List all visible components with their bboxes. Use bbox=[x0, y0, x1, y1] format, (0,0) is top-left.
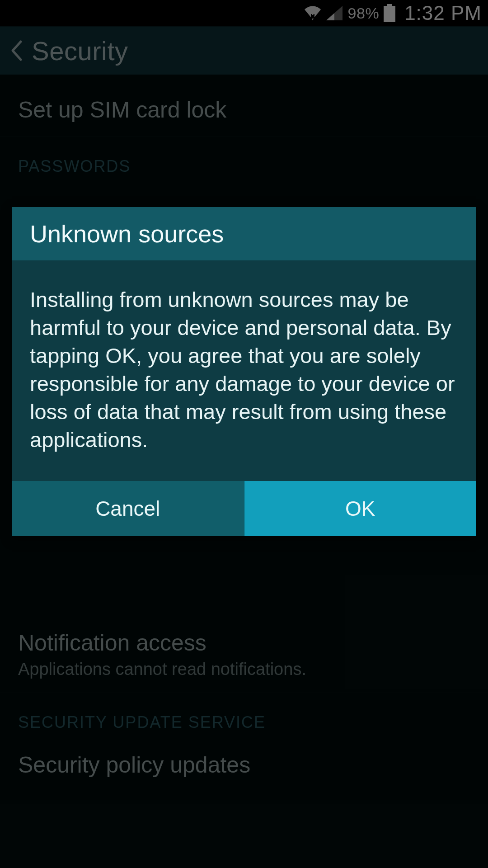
dialog-header: Unknown sources bbox=[12, 207, 476, 260]
ok-button[interactable]: OK bbox=[244, 481, 477, 536]
dialog-title: Unknown sources bbox=[30, 220, 458, 248]
dialog-message: Installing from unknown sources may be h… bbox=[30, 286, 458, 454]
screen-root: 98% 1:32 PM Security Set up SIM card loc… bbox=[0, 0, 488, 868]
dialog-body: Installing from unknown sources may be h… bbox=[12, 260, 476, 481]
dialog-unknown-sources: Unknown sources Installing from unknown … bbox=[12, 207, 476, 536]
dialog-button-bar: Cancel OK bbox=[12, 481, 476, 536]
cancel-button[interactable]: Cancel bbox=[12, 481, 244, 536]
